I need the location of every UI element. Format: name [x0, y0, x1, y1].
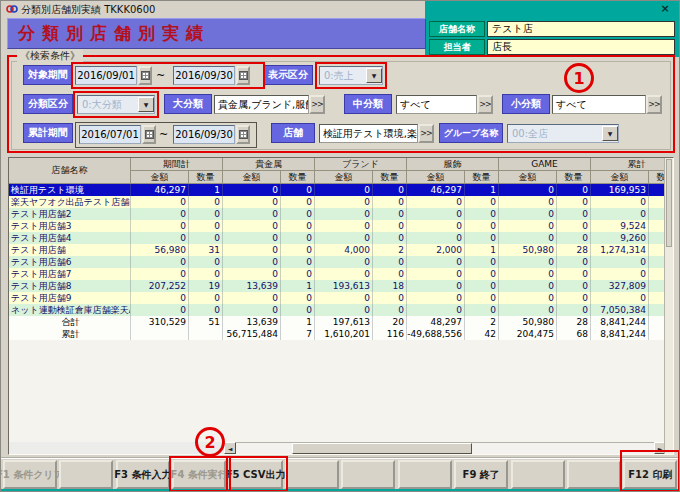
table-row[interactable]: ネット連動検証倉庫店舗楽天AMAZON...00000000007,050,38… [9, 304, 664, 316]
column-header-qty[interactable]: 数量 [189, 171, 223, 184]
table-row[interactable]: テスト用店舗700000000000 [9, 268, 664, 280]
f5-csv-export-button[interactable]: F5 CSV出力 [229, 460, 283, 489]
cell-value: 0 [281, 304, 315, 316]
cell-value: 1 [281, 316, 315, 328]
table-row[interactable]: テスト用店舗900000000000 [9, 292, 664, 304]
table-row[interactable]: 検証用テスト環境46,2971000046,297100169,953 [9, 184, 664, 196]
column-group-header[interactable]: 累計 [591, 158, 664, 171]
cell-value [649, 280, 664, 292]
cell-value: 68 [557, 328, 591, 340]
annotation-circle-1: 1 [564, 63, 594, 93]
vertical-scrollbar[interactable] [664, 158, 673, 454]
calendar-button[interactable] [142, 125, 156, 144]
page-header: 分類別店舗別実績 [7, 18, 426, 49]
total-period-from-input[interactable]: 2016/07/01 [79, 125, 141, 144]
cell-value: 0 [557, 184, 591, 196]
table-row[interactable]: 合計310,5295113,6391197,6132048,297250,980… [9, 316, 664, 328]
table-row[interactable]: テスト用店舗400000000009,260 [9, 232, 664, 244]
column-group-header[interactable]: GAME [499, 158, 591, 171]
cell-value: 0 [591, 208, 649, 220]
person-in-charge-value: 店長 [487, 39, 675, 55]
close-icon[interactable]: × [657, 2, 673, 15]
column-group-header[interactable]: 貴金属 [223, 158, 315, 171]
small-class-picker-button[interactable]: >> [646, 95, 662, 114]
cell-value: 13,639 [223, 280, 281, 292]
cell-value: 13,639 [223, 316, 281, 328]
column-header-amount[interactable]: 金額 [407, 171, 465, 184]
calendar-button[interactable] [236, 66, 250, 85]
column-header-qty[interactable]: 数量 [373, 171, 407, 184]
cell-value: 0 [131, 208, 189, 220]
table-row[interactable]: テスト用店舗600000000000 [9, 256, 664, 268]
fkey-empty-11[interactable] [567, 460, 621, 489]
h-scroll-right-button[interactable]: ► [654, 442, 664, 454]
h-scroll-track[interactable] [236, 442, 654, 454]
calendar-button[interactable] [138, 66, 152, 85]
cell-value: 0 [499, 292, 557, 304]
chevron-down-icon: ▼ [602, 126, 618, 141]
h-scroll-thumb[interactable] [292, 443, 472, 454]
table-row[interactable]: テスト用店舗8207,2521913,6391193,613180000327,… [9, 280, 664, 292]
group-name-select[interactable]: 00:全店 ▼ [507, 124, 619, 143]
f12-print-button[interactable]: F12 印刷 [623, 460, 677, 489]
cell-value: 0 [189, 292, 223, 304]
h-scroll-left-button[interactable]: ◄ [224, 442, 236, 454]
fkey-empty-8[interactable] [398, 460, 452, 489]
cell-value: 0 [315, 292, 373, 304]
cell-value: 0 [281, 208, 315, 220]
column-group-header[interactable]: 服飾 [407, 158, 499, 171]
v-scroll-thumb[interactable] [666, 159, 672, 247]
column-header-amount[interactable]: 金額 [223, 171, 281, 184]
f1-clear-conditions-button[interactable]: F1 条件クリア [3, 460, 57, 489]
cell-value: 327,809 [591, 280, 649, 292]
cell-value: 4,000 [315, 244, 373, 256]
column-group-header[interactable]: ブランド [315, 158, 407, 171]
cell-value: 0 [281, 256, 315, 268]
cell-value: 0 [315, 304, 373, 316]
f9-exit-button[interactable]: F9 終了 [454, 460, 508, 489]
target-period-to-input[interactable]: 2016/09/30 [173, 66, 235, 85]
table-row[interactable]: テスト用店舗200000000000 [9, 208, 664, 220]
fkey-empty-2[interactable] [59, 460, 113, 489]
target-period-from-input[interactable]: 2016/09/01 [75, 66, 137, 85]
column-header-amount[interactable]: 金額 [499, 171, 557, 184]
store-label: 店舗 [271, 123, 315, 143]
table-row[interactable]: テスト用店舗300000000009,524 [9, 220, 664, 232]
table-row[interactable]: 累計56,715,48471,610,201116-49,688,5564220… [9, 328, 664, 340]
fkey-empty-7[interactable] [341, 460, 395, 489]
column-header-amount[interactable]: 金額 [315, 171, 373, 184]
column-header-qty[interactable]: 数量 [465, 171, 499, 184]
store-picker-button[interactable]: >> [418, 124, 434, 143]
large-class-picker-button[interactable]: >> [309, 95, 325, 114]
cell-value: 0 [465, 208, 499, 220]
f3-enter-conditions-button[interactable]: F3 条件入力 [116, 460, 170, 489]
small-class-input[interactable]: すべて [552, 95, 646, 114]
mid-class-input[interactable]: すべて [396, 95, 477, 114]
cell-value: 0 [223, 220, 281, 232]
column-header-amount[interactable]: 金額 [131, 171, 189, 184]
cell-value: 0 [281, 268, 315, 280]
cell-store-name: テスト用店舗6 [9, 256, 131, 268]
fkey-empty-6[interactable] [285, 460, 339, 489]
cell-value: 0 [499, 184, 557, 196]
column-header-qty[interactable]: 数量 [649, 171, 664, 184]
cell-value: 0 [189, 196, 223, 208]
horizontal-scrollbar[interactable]: ◄ ► [9, 442, 664, 454]
column-header-store-name[interactable]: 店舗名称 [9, 158, 131, 184]
column-header-amount[interactable]: 金額 [591, 171, 649, 184]
cell-value: -49,688,556 [407, 328, 465, 340]
table-row[interactable]: 楽天ヤフオク出品テスト店舗00000000000 [9, 196, 664, 208]
table-row[interactable]: テスト用店舗56,98031004,00022,000150,980281,27… [9, 244, 664, 256]
calendar-button[interactable] [236, 125, 250, 144]
total-period-to-input[interactable]: 2016/09/30 [173, 125, 235, 144]
mid-class-picker-button[interactable]: >> [477, 95, 493, 114]
column-group-header[interactable]: 期間計 [131, 158, 223, 171]
class-kbn-select[interactable]: 0:大分類 ▼ [77, 95, 155, 114]
column-header-qty[interactable]: 数量 [281, 171, 315, 184]
column-header-qty[interactable]: 数量 [557, 171, 591, 184]
fkey-empty-10[interactable] [511, 460, 565, 489]
display-kbn-select[interactable]: 0:売上 ▼ [319, 66, 383, 85]
large-class-input[interactable]: 貴金属,ブランド,服飾,GAME [214, 95, 309, 114]
store-input[interactable]: 検証用テスト環境,楽天ヤフ [319, 124, 418, 143]
f4-execute-conditions-button[interactable]: F4 条件実行 [172, 460, 226, 489]
